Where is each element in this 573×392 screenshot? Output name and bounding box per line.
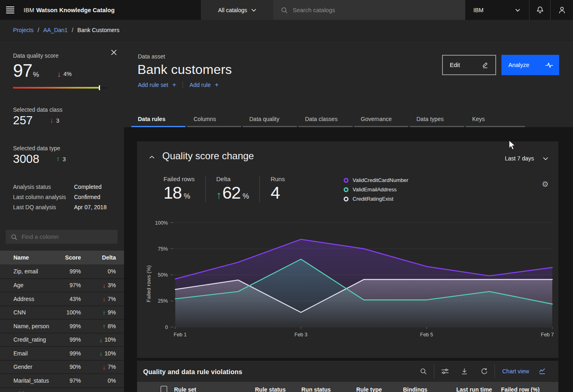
table-row[interactable]: Email99%↓10% bbox=[0, 346, 124, 360]
violations-column-header[interactable]: Rule status bbox=[255, 386, 285, 392]
gear-icon[interactable]: ⚙ bbox=[542, 180, 549, 188]
settings-adjust-icon bbox=[441, 368, 449, 375]
tab-data-classes[interactable]: Data classes bbox=[298, 111, 354, 127]
analyze-button[interactable]: Analyze bbox=[501, 55, 559, 75]
search-icon bbox=[281, 6, 288, 14]
violations-column-header[interactable]: Bindings bbox=[403, 386, 427, 392]
column-score: 99% bbox=[56, 336, 81, 343]
legend-item[interactable]: ValidCreditCardNumber bbox=[344, 177, 408, 183]
breadcrumb-item: Bank Customers bbox=[77, 27, 119, 33]
filter-button[interactable] bbox=[435, 362, 455, 381]
catalogs-dropdown-label: All catalogs bbox=[218, 7, 247, 13]
app-window: IBM Watson Knowledge Catalog All catalog… bbox=[0, 0, 573, 392]
legend-ring-icon bbox=[344, 187, 349, 192]
column-name: Name, person bbox=[13, 323, 56, 329]
violations-column-header[interactable]: Last run time bbox=[456, 386, 492, 392]
violations-column-header[interactable]: Rule type bbox=[356, 386, 382, 392]
catalogs-dropdown[interactable]: All catalogs bbox=[201, 0, 273, 20]
column-search-input[interactable] bbox=[22, 234, 109, 240]
user-avatar-button[interactable] bbox=[550, 0, 573, 20]
legend-item[interactable]: CreditRatingExist bbox=[344, 196, 408, 202]
table-row[interactable]: Zip, email99%0% bbox=[0, 264, 124, 278]
search-input[interactable] bbox=[293, 7, 447, 13]
table-row[interactable]: Marital_status97%0% bbox=[0, 373, 124, 387]
arrow-down-icon: ↓ bbox=[102, 282, 106, 288]
column-delta: ↑9% bbox=[81, 309, 116, 316]
legend-ring-icon bbox=[344, 197, 349, 201]
quality-score-value: 97 % ↓ 4% bbox=[13, 61, 118, 81]
column-delta: ↓7% bbox=[81, 364, 116, 370]
arrow-down-icon: ↓ bbox=[102, 364, 106, 370]
download-button[interactable] bbox=[455, 362, 474, 381]
breadcrumb-separator: / bbox=[38, 27, 39, 33]
column-score: 99% bbox=[56, 268, 81, 275]
tab-keys[interactable]: Keys bbox=[466, 111, 527, 127]
violations-column-header[interactable]: Failed row (%) bbox=[501, 386, 540, 392]
violations-column-header[interactable]: Run status bbox=[301, 386, 331, 392]
collapse-chevron-icon[interactable] bbox=[148, 154, 155, 161]
runs-stat: Runs 4 bbox=[270, 175, 295, 203]
date-range-dropdown[interactable]: Last 7 days bbox=[505, 155, 548, 162]
arrow-down-icon: ↓ bbox=[99, 350, 102, 356]
table-row[interactable]: Gender90%↓7% bbox=[0, 360, 124, 374]
arrow-up-icon: ↑ bbox=[57, 156, 60, 162]
svg-text:25%: 25% bbox=[158, 298, 168, 304]
plus-icon: + bbox=[172, 81, 176, 89]
close-icon[interactable] bbox=[109, 48, 118, 57]
svg-text:Feb 5: Feb 5 bbox=[420, 332, 433, 338]
table-row[interactable]: Name, person99%↑8% bbox=[0, 319, 124, 333]
column-score: 97% bbox=[56, 377, 81, 384]
table-row[interactable]: Credit_rating99%↓10% bbox=[0, 333, 124, 347]
violations-column-header[interactable]: Rule set bbox=[174, 386, 196, 392]
user-icon bbox=[558, 6, 566, 14]
breadcrumb-separator: / bbox=[72, 27, 73, 33]
download-icon bbox=[461, 368, 468, 375]
column-name: Zip, email bbox=[13, 268, 56, 275]
search-button[interactable] bbox=[414, 362, 433, 381]
account-dropdown[interactable]: IBM bbox=[465, 0, 529, 20]
breadcrumb-item[interactable]: AA_Dan1 bbox=[43, 27, 68, 33]
refresh-button[interactable] bbox=[474, 362, 494, 381]
table-row[interactable]: Age97%↓3% bbox=[0, 278, 124, 292]
edit-button[interactable]: Edit bbox=[442, 55, 496, 75]
legend-label: CreditRatingExist bbox=[353, 196, 393, 202]
delta-stat: Delta ↑ 62 % bbox=[216, 175, 260, 203]
asset-tabs: Data rulesColumnsData qualityData classe… bbox=[131, 111, 527, 127]
tab-columns[interactable]: Columns bbox=[187, 111, 243, 127]
columns-table-header: NameScoreDelta bbox=[0, 251, 124, 264]
svg-text:0: 0 bbox=[165, 325, 168, 330]
chart-view-toggle[interactable]: Chart view bbox=[502, 368, 546, 375]
chevron-down-icon bbox=[543, 157, 548, 160]
violations-card: Quality and data rule violations Chart v… bbox=[137, 361, 558, 392]
tab-data-quality[interactable]: Data quality bbox=[243, 111, 298, 127]
table-row[interactable]: Address43%↓7% bbox=[0, 292, 124, 305]
violations-toolbar: Chart view bbox=[414, 361, 546, 382]
activity-icon bbox=[545, 62, 553, 69]
breadcrumb-item[interactable]: Projects bbox=[13, 27, 34, 33]
violations-title: Quality and data rule violations bbox=[143, 368, 242, 376]
tab-data-rules[interactable]: Data rules bbox=[131, 111, 187, 127]
quality-score-delta: ↓ 4% bbox=[57, 70, 72, 78]
data-type-label: Selected data type bbox=[13, 145, 118, 152]
tab-data-types[interactable]: Data types bbox=[410, 111, 466, 127]
tab-governance[interactable]: Governance bbox=[354, 111, 410, 127]
table-row[interactable]: CNN100%↑9% bbox=[0, 305, 124, 319]
column-header: Delta bbox=[81, 254, 116, 261]
menu-icon[interactable] bbox=[5, 4, 15, 15]
svg-text:75%: 75% bbox=[158, 246, 168, 252]
table-row[interactable]: Address199%0% bbox=[0, 387, 124, 392]
quality-score-label: Data quality score bbox=[13, 41, 118, 59]
column-name: Address bbox=[13, 296, 56, 302]
add-rule-link[interactable]: Add rule+ bbox=[190, 81, 219, 89]
column-name: Age bbox=[13, 282, 56, 288]
column-name: Gender bbox=[13, 364, 56, 370]
add-rule-set-link[interactable]: Add rule set+ bbox=[138, 81, 176, 89]
tab-label: Governance bbox=[361, 116, 392, 122]
legend-item[interactable]: ValidEmailAddress bbox=[344, 186, 408, 193]
select-all-checkbox[interactable] bbox=[161, 386, 167, 392]
notifications-button[interactable] bbox=[529, 0, 550, 20]
arrow-up-icon: ↑ bbox=[102, 323, 106, 329]
chart-card-title: Quality score change bbox=[162, 150, 254, 162]
data-class-value: 257 ↓3 bbox=[13, 114, 118, 127]
data-type-value: 3008 ↑3 bbox=[13, 152, 118, 166]
